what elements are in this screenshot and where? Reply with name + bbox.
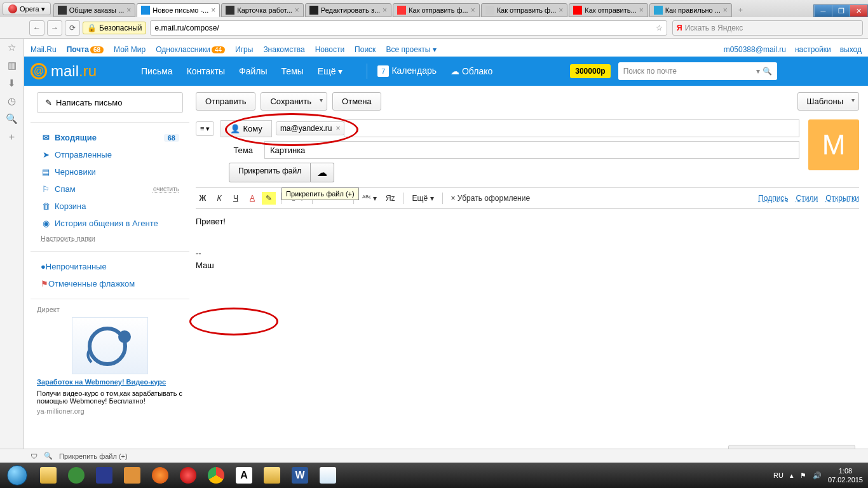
cards-link[interactable]: Открытки (825, 194, 859, 203)
security-badge[interactable]: 🔒Безопасный (83, 22, 146, 34)
logout-link[interactable]: выход (840, 45, 862, 54)
search-icon[interactable]: 🔍 (0, 110, 24, 128)
folder-inbox[interactable]: ✉Входящие68 (38, 129, 182, 146)
promo-badge[interactable]: 300000р (570, 64, 610, 78)
nav-odnoklassniki[interactable]: Одноклассники44 (156, 45, 225, 54)
nav-moimir[interactable]: Мой Мир (114, 45, 146, 54)
attach-cloud-button[interactable]: ☁ (311, 163, 334, 182)
nav-cloud[interactable]: ☁ Облако (451, 66, 492, 76)
to-label[interactable]: 👤Кому (220, 120, 271, 137)
compose-button[interactable]: ✎Написать письмо (37, 92, 183, 113)
reload-button[interactable]: ⟳ (65, 20, 80, 36)
compose-menu-button[interactable]: ≡ ▾ (196, 121, 214, 136)
to-field[interactable] (344, 119, 799, 137)
taskbar-opera[interactable] (175, 463, 201, 487)
nav-contacts[interactable]: Контакты (187, 66, 225, 76)
translit-button[interactable]: Яz (383, 192, 398, 205)
tray-volume-icon[interactable]: 🔊 (813, 471, 822, 480)
nav-themes[interactable]: Темы (281, 66, 304, 76)
nav-mailru[interactable]: Mail.Ru (31, 45, 57, 54)
yandex-search[interactable]: ЯИскать в Яндекс (672, 20, 863, 36)
tab-1[interactable]: Новое письмо -...× (137, 3, 220, 17)
nav-pisma[interactable]: Письма (141, 66, 173, 76)
mailru-logo[interactable]: @ mail.ru (31, 62, 97, 80)
taskbar-utorrent[interactable] (63, 463, 90, 487)
mail-search-input[interactable]: Поиск по почте▾ 🔍 (618, 62, 777, 80)
tab-0[interactable]: Общие заказы ...× (53, 3, 136, 17)
taskbar-save[interactable] (91, 463, 118, 487)
recipient-chip[interactable]: ma@yandex.ru× (276, 121, 345, 135)
bookmark-icon[interactable]: ☆ (656, 24, 663, 32)
folder-spam[interactable]: ⚐Спамочистить (38, 180, 182, 198)
close-icon[interactable]: × (639, 6, 644, 15)
download-icon[interactable]: ⬇ (0, 74, 24, 92)
taskbar-chrome[interactable] (203, 463, 229, 487)
tray-flag-icon[interactable]: ⚑ (800, 471, 806, 480)
close-icon[interactable]: × (295, 6, 299, 15)
taskbar-word[interactable]: W (287, 463, 313, 487)
highlight-button[interactable]: ✎ (262, 192, 276, 205)
history-icon[interactable]: ◷ (0, 92, 24, 110)
signature-link[interactable]: Подпись (758, 194, 789, 203)
zoom-icon[interactable]: 🔍 (44, 452, 53, 460)
nav-pochta[interactable]: Почта68 (67, 45, 104, 54)
configure-folders-link[interactable]: Настроить папки (38, 232, 182, 245)
minimize-button[interactable]: ─ (814, 5, 832, 17)
ad-link[interactable]: Заработок на Webmoney! Видео-курс (37, 378, 183, 386)
forward-button[interactable]: → (47, 20, 62, 36)
close-icon[interactable]: × (211, 6, 215, 15)
close-icon[interactable]: × (559, 6, 563, 15)
taskbar-mpc[interactable] (119, 463, 146, 487)
nav-more[interactable]: Ещё ▾ (318, 66, 343, 76)
send-button[interactable]: Отправить (196, 92, 255, 111)
taskbar-paint[interactable] (315, 463, 341, 487)
bold-button[interactable]: Ж (196, 192, 210, 205)
remove-formatting-button[interactable]: × Убрать оформление (448, 192, 534, 205)
folder-sent[interactable]: ➤Отправленные (38, 146, 182, 163)
add-icon[interactable]: ＋ (0, 128, 24, 146)
taskbar-folder[interactable] (259, 463, 285, 487)
taskbar-app[interactable]: A (231, 463, 257, 487)
spellcheck-button[interactable]: ᴬᴮᶜ ▾ (359, 192, 380, 205)
tab-7[interactable]: Как правильно ...× (649, 3, 732, 17)
close-icon[interactable]: × (383, 6, 387, 15)
filter-unread[interactable]: ●Непрочитанные (38, 258, 182, 275)
underline-button[interactable]: Ч (229, 192, 243, 205)
shield-icon[interactable]: 🛡 (31, 452, 37, 460)
folder-agent-history[interactable]: ◉История общения в Агенте (38, 215, 182, 232)
more-button[interactable]: Ещё ▾ (409, 192, 437, 205)
note-icon[interactable]: ▥ (0, 57, 24, 74)
tab-4[interactable]: Как отправить ф...× (393, 3, 480, 17)
tab-2[interactable]: Карточка работ...× (221, 3, 304, 17)
folder-drafts[interactable]: ▤Черновики (38, 163, 182, 180)
tray-clock[interactable]: 1:0807.02.2015 (828, 466, 863, 485)
tray-lang[interactable]: RU (773, 471, 783, 479)
tab-3[interactable]: Редактировать з...× (305, 3, 391, 17)
close-icon[interactable]: × (723, 6, 728, 15)
templates-button[interactable]: Шаблоны (797, 92, 860, 111)
tray-up-icon[interactable]: ▴ (790, 471, 794, 480)
ad-image[interactable] (72, 317, 148, 374)
filter-flagged[interactable]: ⚑Отмеченные флажком (38, 275, 182, 292)
nav-igry[interactable]: Игры (235, 45, 253, 54)
attach-file-button[interactable]: Прикрепить файл (229, 163, 311, 182)
message-body[interactable]: Привет! -- Маш (196, 209, 859, 336)
new-tab-button[interactable]: ＋ (737, 5, 744, 17)
tab-6[interactable]: Как отправить...× (569, 3, 648, 17)
folder-trash[interactable]: 🗑Корзина (38, 198, 182, 215)
nav-poisk[interactable]: Поиск (355, 45, 376, 54)
nav-vse-proekty[interactable]: Все проекты ▾ (386, 45, 436, 54)
taskbar-firefox[interactable] (147, 463, 173, 487)
maximize-button[interactable]: ❐ (832, 5, 850, 17)
back-button[interactable]: ← (29, 20, 44, 36)
nav-calendar[interactable]: 7Календарь (377, 65, 437, 77)
tab-5[interactable]: Как отправить ф...× (481, 3, 568, 17)
user-email[interactable]: m050388@mail.ru (724, 45, 786, 54)
save-button[interactable]: Сохранить (261, 92, 327, 111)
clear-spam-link[interactable]: очистить (153, 186, 179, 193)
font-color-button[interactable]: А (245, 192, 259, 205)
url-field[interactable]: e.mail.ru/compose/☆ (150, 20, 667, 36)
italic-button[interactable]: К (212, 192, 226, 205)
star-icon[interactable]: ☆ (0, 39, 24, 57)
opera-menu[interactable]: Opera ▾ (3, 3, 51, 15)
